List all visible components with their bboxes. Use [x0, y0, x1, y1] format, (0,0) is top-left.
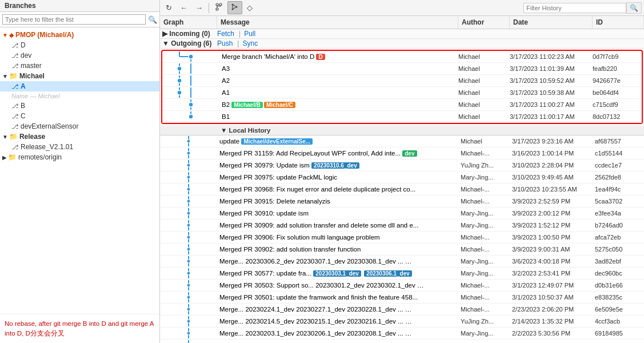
- outgoing-highlight-box: Merge branch 'Michael/A' into D D Michae…: [161, 50, 643, 124]
- table-row[interactable]: Merged PR 29038: Add licenses 20230201.1…: [160, 340, 644, 343]
- table-row[interactable]: Merged PR 30503: Support so... 20230301.…: [160, 280, 644, 292]
- tree-item-release-folder[interactable]: ▼ 📁 Release: [0, 131, 159, 142]
- sync-link[interactable]: Sync: [242, 39, 258, 47]
- tree-item-release-v2[interactable]: ⎇ Release_V2.1.01: [0, 142, 159, 152]
- graph-cell: [160, 135, 217, 147]
- table-row[interactable]: update Michael/devExternalSe...Michael3/…: [160, 135, 644, 147]
- table-row[interactable]: Merged PR 30577: update fra... 20230303.…: [160, 268, 644, 280]
- date-cell: 3/9/2023 1:00:50 PM: [510, 233, 593, 241]
- local-history-header[interactable]: ▼ Local History: [160, 125, 644, 135]
- id-cell: 3ad82ebf: [593, 257, 644, 265]
- date-cell: 3/2/2023 2:53:41 PM: [510, 269, 593, 277]
- id-cell: ccdec1e7: [593, 161, 644, 169]
- svg-point-2: [219, 3, 222, 6]
- refresh-button[interactable]: ↻: [162, 2, 175, 14]
- date-cell: 3/10/2023 10:23:55 AM: [510, 185, 593, 193]
- branch-icon: ⎇: [11, 62, 19, 70]
- table-row[interactable]: Merge branch 'Michael/A' into D D Michae…: [162, 51, 642, 63]
- tree-item-A[interactable]: ⎇ A: [0, 81, 159, 91]
- branch-icon: ⎇: [11, 83, 19, 90]
- branch-filter-input[interactable]: [2, 14, 146, 25]
- table-row[interactable]: Merged PR 30501: update the framwork and…: [160, 292, 644, 304]
- tree-item-C[interactable]: ⎇ C: [0, 111, 159, 121]
- tree-item-michael-folder[interactable]: ▼ 📁 Michael: [0, 71, 159, 81]
- table-row[interactable]: B1 Michael 3/17/2023 11:00:17 AM 8dc0713…: [162, 111, 642, 123]
- pull-link[interactable]: Pull: [244, 30, 255, 38]
- branch-icon: ⎇: [11, 143, 19, 151]
- graph-cell: [160, 232, 217, 243]
- table-row[interactable]: Merge... 20230224.1_dev 20230227.1_dev 2…: [160, 304, 644, 316]
- filter-history-wrap: 🔍: [523, 2, 642, 14]
- graph-cell: [160, 244, 217, 255]
- message-cell: Merged PR 30577: update fra... 20230303.…: [217, 269, 458, 277]
- date-cell: 3/16/2023 1:00:14 PM: [510, 149, 593, 157]
- tree-item-name-input: Name — Michael: [0, 91, 159, 101]
- push-link[interactable]: Push: [217, 39, 233, 47]
- incoming-label[interactable]: ▶ Incoming (0): [162, 30, 214, 38]
- svg-point-42: [187, 224, 190, 227]
- author-cell: Mary-Jing...: [458, 257, 510, 265]
- branch-button[interactable]: [211, 1, 226, 14]
- filter-history-search-button[interactable]: 🔍: [626, 2, 642, 14]
- author-cell: Michael: [456, 53, 507, 61]
- expand-icon: ▼: [2, 32, 8, 38]
- svg-point-40: [187, 212, 190, 215]
- tree-item-D[interactable]: ⎇ D: [0, 40, 159, 50]
- author-cell: Mary-Jing...: [458, 173, 510, 181]
- table-row[interactable]: Merge... 20230306.2_dev 20230307.1_dev 2…: [160, 256, 644, 268]
- id-cell: c1d55144: [593, 149, 644, 157]
- table-row[interactable]: B2 Michael/BMichael/C Michael 3/17/2023 …: [162, 99, 642, 111]
- table-row[interactable]: Merged PR 30975: update PackML logicMary…: [160, 172, 644, 184]
- id-cell: d0b31e66: [593, 281, 644, 289]
- table-row[interactable]: Merged PR 30979: Update ism 20230310.6_d…: [160, 159, 644, 172]
- author-cell: Michael-...: [458, 281, 510, 289]
- tree-item-label: Release: [19, 133, 45, 141]
- graph-cell: [160, 184, 217, 195]
- table-row[interactable]: Merged PR 30902: add solution transfer f…: [160, 244, 644, 256]
- tree-item-dev[interactable]: ⎇ dev: [0, 50, 159, 61]
- table-row[interactable]: Merged PR 30915: Delete netanalyzisMicha…: [160, 196, 644, 208]
- forward-button[interactable]: →: [192, 2, 206, 14]
- message-cell: Merged PR 31159: Add RecipeLayout WPF co…: [217, 149, 458, 157]
- col-header-id: ID: [593, 16, 644, 29]
- back-button[interactable]: ←: [177, 2, 191, 14]
- graph-cell: [160, 159, 217, 171]
- tree-item-pmop[interactable]: ▼ ◆ PMOP (Michael/A): [0, 30, 159, 40]
- table-row[interactable]: Merge... 20230203.1_dev 20230206.1_dev 2…: [160, 328, 644, 340]
- table-row[interactable]: Merged PR 30909: add solution transfer a…: [160, 220, 644, 232]
- branch-search-icon[interactable]: 🔍: [148, 15, 157, 24]
- svg-point-48: [187, 260, 190, 263]
- tree-item-devExternalSensor[interactable]: ⎇ devExternalSensor: [0, 121, 159, 131]
- graph-view-button[interactable]: [227, 1, 242, 14]
- table-row[interactable]: Merged PR 30968: Fix nuget error and del…: [160, 184, 644, 196]
- author-cell: Mary-Jing...: [458, 221, 510, 229]
- table-row[interactable]: A3 Michael 3/17/2023 11:01:39 AM feafb22…: [162, 63, 642, 75]
- table-row[interactable]: Merged PR 30910: update ismMary-Jing...3…: [160, 208, 644, 220]
- svg-point-50: [187, 272, 190, 275]
- message-cell: Merged PR 30968: Fix nuget error and del…: [217, 185, 458, 193]
- fetch-link[interactable]: Fetch: [217, 30, 234, 38]
- date-cell: 3/10/2023 9:49:45 AM: [510, 173, 593, 181]
- tree-item-B[interactable]: ⎇ B: [0, 101, 159, 111]
- svg-point-1: [216, 8, 218, 10]
- graph-cell: [160, 340, 217, 343]
- col-header-message: Message: [217, 16, 458, 29]
- svg-point-36: [187, 188, 190, 191]
- outgoing-label[interactable]: ▼ Outgoing (6): [162, 39, 214, 47]
- table-row[interactable]: A1 Michael 3/17/2023 10:59:38 AM be064df…: [162, 87, 642, 99]
- message-cell: Merged PR 30902: add solution transfer f…: [217, 245, 458, 253]
- svg-point-26: [189, 114, 193, 119]
- tree-item-label: devExternalSensor: [21, 122, 78, 130]
- filter-history-input[interactable]: [523, 3, 626, 13]
- table-row[interactable]: A2 Michael 3/17/2023 10:59:52 AM 9426677…: [162, 75, 642, 87]
- tree-item-master[interactable]: ⎇ master: [0, 61, 159, 71]
- author-cell: YuJing Zh...: [458, 161, 510, 169]
- table-row[interactable]: Merge... 20230214.5_dev 20230215.1_dev 2…: [160, 316, 644, 328]
- branches-title: Branches: [0, 0, 159, 12]
- incoming-sep: |: [239, 30, 241, 38]
- table-row[interactable]: Merged PR 30906: Fix solution multi lang…: [160, 232, 644, 244]
- diamond-button[interactable]: ◇: [243, 2, 256, 14]
- table-row[interactable]: Merged PR 31159: Add RecipeLayout WPF co…: [160, 147, 644, 159]
- svg-point-58: [187, 320, 190, 323]
- tree-item-remotes[interactable]: ▶ 📁 remotes/origin: [0, 152, 159, 162]
